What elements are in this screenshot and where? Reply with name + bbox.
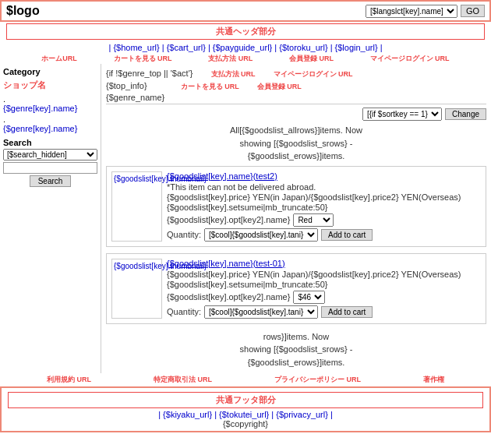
product-card-1: {$goodslist[key].thumbnail} {$goodslist[… [106,166,486,247]
qty-select-1[interactable]: [$cool]{$goodslist[key].tani} [204,228,318,242]
footer-annotations: 利用規約 URL 特定商取引法 URL プライバシーポリシー URL 著作権 [0,373,491,386]
nav-annotations: ホームURL カートを見る URL 支払方法 URL 会員登録 URL マイペー… [0,54,491,64]
product-qty-2: Quantity: [$cool]{$goodslist[key].tani} … [167,305,481,319]
footer-links: | {$kiyaku_url} | {$tokutei_url} | {$pri… [6,410,485,419]
nav-links: | {$home_url} | {$cart_url} | {$payguide… [0,41,491,54]
product-note-1: *This item can not be delivered abroad. [167,182,481,192]
page-wrapper: $logo [$langslct[key].name] GO 共通ヘッダ部分 |… [0,0,491,432]
header: $logo [$langslct[key].name] GO [0,0,491,22]
product-qty-1: Quantity: [$cool]{$goodslist[key].tani} … [167,228,481,242]
color-select-1[interactable]: Red Blue Green [293,213,334,227]
main-container: Category ショップ名 . {$genre[key].name} . {$… [0,64,491,373]
category-label: Category [3,67,97,76]
annotation-form-url: 支払方法 URL [211,70,256,78]
search-input[interactable] [3,162,97,174]
lang-select[interactable]: [$langslct[key].name] [366,5,457,18]
items-count-bottom: rows}]items. Now showing [{$goodslist_sr… [106,330,486,369]
product-info-2: {$goodslist[key].name}(test-01) {$goodsl… [167,259,481,319]
product-name-1[interactable]: {$goodslist[key].name}(test2) [167,171,481,181]
header-right: [$langslct[key].name] GO [366,5,485,18]
sort-bar: [{if $sortkey == 1} Change [106,108,486,121]
sidebar: Category ショップ名 . {$genre[key].name} . {$… [0,64,101,373]
color-select-2[interactable]: $46 $47 $48 [293,291,325,304]
template-top-info: {$top_info} カートを見る URL 会員登録 URL [106,81,486,92]
annotation-cart-url: カートを見る URL [181,83,239,90]
product-price-2: {$goodslist[key].price} YEN(in Japan)/{$… [167,270,481,279]
search-section-label: Search [3,138,97,147]
product-thumb-1: {$goodslist[key].thumbnail} [111,171,162,242]
go-button[interactable]: GO [461,5,485,17]
product-info-1: {$goodslist[key].name}(test2) *This item… [167,171,481,242]
template-if-line: {if !$genre_top || '$act'} 支払方法 URL マイペー… [106,69,486,79]
product-thumb-2: {$goodslist[key].thumbnail} [111,259,162,319]
change-button[interactable]: Change [445,108,486,120]
sort-select[interactable]: [{if $sortkey == 1} [362,108,442,121]
sidebar-dot2: . [3,115,97,124]
add-cart-btn-1[interactable]: Add to cart [321,229,373,241]
product-setsumei-2: {$goodslist[key].setsumei|mb_truncate:50… [167,280,481,289]
shop-label: ショップ名 [3,79,97,91]
product-setsumei-1: {$goodslist[key].setsumei|mb_truncate:50… [167,203,481,212]
search-button[interactable]: Search [30,175,72,187]
sidebar-genre2[interactable]: {$genre[key].name} [3,124,97,133]
content-area: {if !$genre_top || '$act'} 支払方法 URL マイペー… [101,64,491,373]
add-cart-btn-2[interactable]: Add to cart [321,306,373,318]
product-option-2: {$goodslist[key].opt[key2].name} $46 $47… [167,291,481,304]
annotation-member: 会員登録 URL [257,83,302,90]
qty-select-2[interactable]: [$cool]{$goodslist[key].tani} [204,305,318,319]
sidebar-dot1: . [3,94,97,104]
annotation-mypage: マイページログイン URL [274,70,353,78]
footer: 共通フッタ部分 | {$kiyaku_url} | {$tokutei_url}… [0,386,491,432]
product-price-1: {$goodslist[key].price} YEN(in Japan)/{$… [167,192,481,202]
product-card-2: {$goodslist[key].thumbnail} {$goodslist[… [106,253,486,324]
product-option-1: {$goodslist[key].opt[key2].name} Red Blu… [167,213,481,227]
footer-label: 共通フッタ部分 [8,392,483,408]
logo: $logo [6,4,40,18]
footer-copyright: {$copyright} [6,419,485,429]
search-hidden-select[interactable]: [$search_hidden] [3,149,97,161]
sidebar-genre1[interactable]: {$genre[key].name} [3,104,97,113]
header-label: 共通ヘッダ部分 [6,23,485,40]
template-genre-name: {$genre_name} [106,93,486,104]
items-count: All[{$goodslist_allrows}]items. Now show… [106,124,486,163]
product-name-2[interactable]: {$goodslist[key].name}(test-01) [167,259,481,268]
